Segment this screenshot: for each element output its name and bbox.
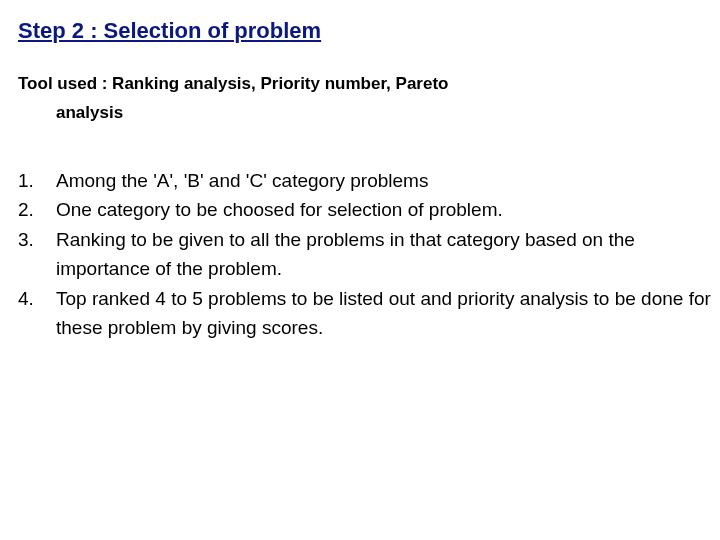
tool-used-line1: Tool used : Ranking analysis, Priority n… [18, 74, 448, 93]
list-text: One category to be choosed for selection… [56, 195, 720, 224]
list-item: 2. One category to be choosed for select… [18, 195, 720, 224]
tool-used-line2: analysis [18, 99, 720, 128]
list-text: Top ranked 4 to 5 problems to be listed … [56, 284, 720, 343]
list-item: 3. Ranking to be given to all the proble… [18, 225, 720, 284]
list-number: 3. [18, 225, 56, 284]
list-number: 2. [18, 195, 56, 224]
list-text: Ranking to be given to all the problems … [56, 225, 720, 284]
tool-used-block: Tool used : Ranking analysis, Priority n… [18, 70, 720, 128]
step-heading: Step 2 : Selection of problem [18, 18, 720, 44]
list-item: 1. Among the 'A', 'B' and 'C' category p… [18, 166, 720, 195]
list-number: 1. [18, 166, 56, 195]
numbered-list: 1. Among the 'A', 'B' and 'C' category p… [18, 166, 720, 343]
list-item: 4. Top ranked 4 to 5 problems to be list… [18, 284, 720, 343]
list-text: Among the 'A', 'B' and 'C' category prob… [56, 166, 720, 195]
list-number: 4. [18, 284, 56, 343]
